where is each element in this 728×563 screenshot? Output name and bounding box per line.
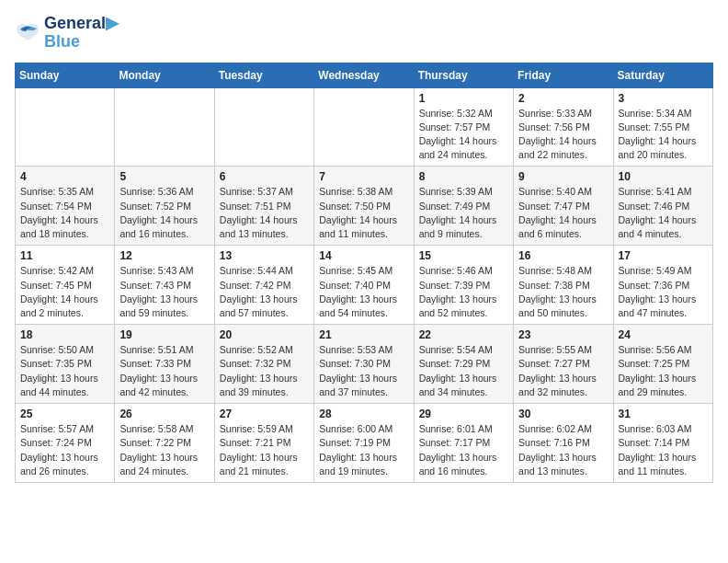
calendar-cell [115,87,214,167]
calendar-cell: 31Sunrise: 6:03 AM Sunset: 7:14 PM Dayli… [613,404,712,483]
calendar-cell: 27Sunrise: 5:59 AM Sunset: 7:21 PM Dayli… [214,404,313,483]
day-info: Sunrise: 5:45 AM Sunset: 7:40 PM Dayligh… [319,264,408,320]
day-number: 31 [619,408,708,420]
day-info: Sunrise: 5:49 AM Sunset: 7:36 PM Dayligh… [619,264,708,320]
calendar-cell: 2Sunrise: 5:33 AM Sunset: 7:56 PM Daylig… [514,87,613,167]
calendar-table: SundayMondayTuesdayWednesdayThursdayFrid… [15,63,713,483]
day-info: Sunrise: 5:36 AM Sunset: 7:52 PM Dayligh… [119,185,209,241]
calendar-week-3: 11Sunrise: 5:42 AM Sunset: 7:45 PM Dayli… [16,246,713,325]
day-number: 27 [220,408,309,420]
day-number: 28 [319,408,408,420]
calendar-cell: 10Sunrise: 5:41 AM Sunset: 7:46 PM Dayli… [613,167,712,246]
day-number: 5 [119,170,209,183]
logo-icon [15,22,40,44]
header-friday: Friday [514,63,613,87]
day-info: Sunrise: 5:57 AM Sunset: 7:24 PM Dayligh… [20,422,109,478]
day-info: Sunrise: 5:33 AM Sunset: 7:56 PM Dayligh… [518,107,608,163]
calendar-cell: 26Sunrise: 5:58 AM Sunset: 7:22 PM Dayli… [115,404,214,483]
day-info: Sunrise: 5:59 AM Sunset: 7:21 PM Dayligh… [220,422,309,478]
header-monday: Monday [115,63,214,87]
calendar-cell: 12Sunrise: 5:43 AM Sunset: 7:43 PM Dayli… [115,246,214,325]
calendar-cell: 23Sunrise: 5:55 AM Sunset: 7:27 PM Dayli… [514,325,613,404]
header-saturday: Saturday [613,63,712,87]
day-info: Sunrise: 6:01 AM Sunset: 7:17 PM Dayligh… [419,422,508,478]
day-number: 13 [220,249,309,262]
calendar-cell: 14Sunrise: 5:45 AM Sunset: 7:40 PM Dayli… [314,246,414,325]
day-info: Sunrise: 5:58 AM Sunset: 7:22 PM Dayligh… [119,422,209,478]
day-number: 22 [419,328,508,341]
calendar-cell: 25Sunrise: 5:57 AM Sunset: 7:24 PM Dayli… [16,404,115,483]
day-number: 18 [20,328,109,341]
day-number: 25 [20,408,109,420]
calendar-cell: 9Sunrise: 5:40 AM Sunset: 7:47 PM Daylig… [514,167,613,246]
day-number: 21 [319,328,408,341]
day-number: 29 [419,408,508,420]
calendar-cell: 8Sunrise: 5:39 AM Sunset: 7:49 PM Daylig… [414,167,513,246]
calendar-cell: 19Sunrise: 5:51 AM Sunset: 7:33 PM Dayli… [115,325,214,404]
calendar-cell [16,87,115,167]
day-number: 10 [619,170,708,183]
day-info: Sunrise: 6:03 AM Sunset: 7:14 PM Dayligh… [619,422,708,478]
calendar-cell: 18Sunrise: 5:50 AM Sunset: 7:35 PM Dayli… [16,325,115,404]
day-info: Sunrise: 5:56 AM Sunset: 7:25 PM Dayligh… [619,343,708,399]
day-number: 30 [518,408,608,420]
calendar-cell [214,87,313,167]
day-info: Sunrise: 5:41 AM Sunset: 7:46 PM Dayligh… [619,185,708,241]
day-number: 9 [518,170,608,183]
day-info: Sunrise: 6:02 AM Sunset: 7:16 PM Dayligh… [518,422,608,478]
calendar-cell: 28Sunrise: 6:00 AM Sunset: 7:19 PM Dayli… [314,404,414,483]
day-info: Sunrise: 5:38 AM Sunset: 7:50 PM Dayligh… [319,185,408,241]
calendar-cell: 4Sunrise: 5:35 AM Sunset: 7:54 PM Daylig… [16,167,115,246]
calendar-header-row: SundayMondayTuesdayWednesdayThursdayFrid… [16,63,713,87]
day-info: Sunrise: 5:40 AM Sunset: 7:47 PM Dayligh… [518,185,608,241]
logo: General▶ Blue [15,15,119,52]
day-info: Sunrise: 5:42 AM Sunset: 7:45 PM Dayligh… [20,264,109,320]
calendar-cell [314,87,414,167]
day-number: 7 [319,170,408,183]
day-number: 17 [619,249,708,262]
calendar-cell: 15Sunrise: 5:46 AM Sunset: 7:39 PM Dayli… [414,246,513,325]
day-info: Sunrise: 6:00 AM Sunset: 7:19 PM Dayligh… [319,422,408,478]
day-info: Sunrise: 5:37 AM Sunset: 7:51 PM Dayligh… [220,185,309,241]
calendar-cell: 11Sunrise: 5:42 AM Sunset: 7:45 PM Dayli… [16,246,115,325]
calendar-cell: 21Sunrise: 5:53 AM Sunset: 7:30 PM Dayli… [314,325,414,404]
day-number: 19 [119,328,209,341]
calendar-cell: 6Sunrise: 5:37 AM Sunset: 7:51 PM Daylig… [214,167,313,246]
day-number: 4 [20,170,109,183]
calendar-week-2: 4Sunrise: 5:35 AM Sunset: 7:54 PM Daylig… [16,167,713,246]
day-number: 24 [619,328,708,341]
day-number: 12 [119,249,209,262]
calendar-cell: 17Sunrise: 5:49 AM Sunset: 7:36 PM Dayli… [613,246,712,325]
day-info: Sunrise: 5:43 AM Sunset: 7:43 PM Dayligh… [119,264,209,320]
calendar-cell: 22Sunrise: 5:54 AM Sunset: 7:29 PM Dayli… [414,325,513,404]
calendar-cell: 3Sunrise: 5:34 AM Sunset: 7:55 PM Daylig… [613,87,712,167]
day-info: Sunrise: 5:53 AM Sunset: 7:30 PM Dayligh… [319,343,408,399]
day-number: 11 [20,249,109,262]
day-number: 23 [518,328,608,341]
calendar-cell: 24Sunrise: 5:56 AM Sunset: 7:25 PM Dayli… [613,325,712,404]
day-number: 6 [220,170,309,183]
calendar-cell: 29Sunrise: 6:01 AM Sunset: 7:17 PM Dayli… [414,404,513,483]
header-tuesday: Tuesday [214,63,313,87]
day-number: 15 [419,249,508,262]
calendar-week-4: 18Sunrise: 5:50 AM Sunset: 7:35 PM Dayli… [16,325,713,404]
day-number: 1 [419,92,508,105]
header-wednesday: Wednesday [314,63,414,87]
calendar-cell: 1Sunrise: 5:32 AM Sunset: 7:57 PM Daylig… [414,87,513,167]
calendar-cell: 13Sunrise: 5:44 AM Sunset: 7:42 PM Dayli… [214,246,313,325]
day-info: Sunrise: 5:44 AM Sunset: 7:42 PM Dayligh… [220,264,309,320]
day-number: 8 [419,170,508,183]
day-info: Sunrise: 5:39 AM Sunset: 7:49 PM Dayligh… [419,185,508,241]
calendar-week-5: 25Sunrise: 5:57 AM Sunset: 7:24 PM Dayli… [16,404,713,483]
header-thursday: Thursday [414,63,513,87]
day-number: 14 [319,249,408,262]
header-sunday: Sunday [16,63,115,87]
day-number: 2 [518,92,608,105]
day-number: 20 [220,328,309,341]
day-info: Sunrise: 5:46 AM Sunset: 7:39 PM Dayligh… [419,264,508,320]
day-info: Sunrise: 5:32 AM Sunset: 7:57 PM Dayligh… [419,107,508,163]
calendar-cell: 7Sunrise: 5:38 AM Sunset: 7:50 PM Daylig… [314,167,414,246]
day-info: Sunrise: 5:34 AM Sunset: 7:55 PM Dayligh… [619,107,708,163]
day-number: 16 [518,249,608,262]
logo-text: General▶ Blue [44,15,119,52]
